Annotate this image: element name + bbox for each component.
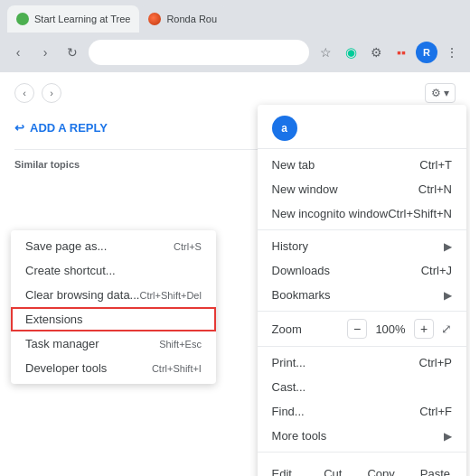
zoom-minus-button[interactable]: −	[347, 319, 367, 339]
cut-button[interactable]: Cut	[311, 462, 354, 476]
settings-button[interactable]: ⚙ ▾	[425, 83, 456, 103]
menu-item-extensions[interactable]: Extensions	[11, 307, 216, 331]
zoom-value: 100%	[374, 322, 407, 336]
chrome-menu-new-tab[interactable]: New tab Ctrl+T	[258, 153, 466, 177]
menu-item-clear-browsing-label: Clear browsing data...	[25, 288, 139, 302]
page-back-button[interactable]: ‹	[14, 83, 34, 103]
address-bar[interactable]	[89, 40, 309, 65]
chrome-menu-cast[interactable]: Cast...	[258, 375, 466, 399]
chrome-menu-new-tab-label: New tab	[272, 158, 315, 172]
page-nav: ‹ › ⚙ ▾	[14, 83, 456, 103]
add-reply-arrow: ↩	[14, 121, 24, 135]
chrome-menu-incognito-shortcut: Ctrl+Shift+N	[388, 207, 452, 220]
apps-icon[interactable]: ▪▪	[390, 42, 412, 63]
chrome-menu-divider-1	[258, 229, 466, 230]
chrome-menu-edit-label: Edit	[272, 467, 292, 476]
chrome-menu-find-shortcut: Ctrl+F	[419, 405, 452, 418]
chrome-menu-history[interactable]: History ▶	[258, 234, 466, 258]
chrome-menu-divider-4	[258, 452, 466, 453]
add-reply-label: ADD A REPLY	[30, 121, 108, 135]
context-menu-left: Save page as... Ctrl+S Create shortcut..…	[11, 230, 216, 384]
menu-item-create-shortcut[interactable]: Create shortcut...	[11, 258, 216, 283]
chrome-menu-more-tools[interactable]: More tools ▶	[258, 424, 466, 448]
zoom-row: Zoom − 100% + ⤢	[258, 315, 466, 342]
chrome-menu-incognito[interactable]: New incognito window Ctrl+Shift+N	[258, 201, 466, 226]
menu-item-extensions-label: Extensions	[25, 313, 83, 326]
forward-button[interactable]: ›	[34, 42, 56, 63]
omnibox-bar: ‹ › ↻ ☆ ◉ ⚙ ▪▪ R ⋮	[0, 33, 470, 72]
chrome-menu-downloads-label: Downloads	[272, 264, 330, 277]
chrome-menu-divider-3	[258, 346, 466, 347]
profile-avatar[interactable]: R	[416, 42, 437, 63]
chrome-menu-find-label: Find...	[272, 405, 305, 418]
browser-chrome: Start Learning at Tree Ronda Rou ‹ › ↻ ☆…	[0, 0, 470, 72]
zoom-label: Zoom	[272, 322, 340, 336]
menu-item-task-manager-shortcut: Shift+Esc	[159, 339, 202, 350]
tab-bar: Start Learning at Tree Ronda Rou	[0, 0, 470, 33]
copy-button[interactable]: Copy	[354, 462, 407, 476]
chrome-menu-edit-row: Edit Cut Copy Paste	[258, 456, 466, 476]
chrome-menu-bookmarks[interactable]: Bookmarks ▶	[258, 283, 466, 307]
chrome-menu-bookmarks-label: Bookmarks	[272, 288, 331, 302]
chrome-menu-downloads-shortcut: Ctrl+J	[421, 264, 452, 277]
chrome-menu-new-tab-shortcut: Ctrl+T	[419, 158, 452, 172]
chrome-menu-cast-label: Cast...	[272, 380, 306, 394]
menu-item-task-manager[interactable]: Task manager Shift+Esc	[11, 331, 216, 356]
chrome-menu-find[interactable]: Find... Ctrl+F	[258, 399, 466, 424]
fullscreen-icon[interactable]: ⤢	[441, 322, 452, 336]
tab-2-icon	[148, 13, 161, 25]
tab-1-icon	[16, 13, 29, 25]
zoom-controls: − 100% +	[347, 319, 434, 339]
tab-2[interactable]: Ronda Rou	[139, 5, 226, 33]
tab-1-label: Start Learning at Tree	[34, 14, 130, 24]
more-tools-arrow-icon: ▶	[444, 430, 452, 443]
edit-actions: Cut Copy Paste	[311, 462, 463, 476]
treehouse-icon[interactable]: ◉	[340, 42, 362, 63]
chrome-menu-history-label: History	[272, 239, 308, 253]
menu-item-save-page-label: Save page as...	[25, 239, 107, 253]
reload-button[interactable]: ↻	[61, 42, 83, 63]
chrome-menu-downloads[interactable]: Downloads Ctrl+J	[258, 258, 466, 283]
chrome-menu-header: a	[258, 108, 466, 149]
chrome-menu-print-shortcut: Ctrl+P	[419, 356, 452, 369]
menu-item-clear-browsing-shortcut: Ctrl+Shift+Del	[139, 290, 201, 301]
menu-item-clear-browsing[interactable]: Clear browsing data... Ctrl+Shift+Del	[11, 283, 216, 307]
menu-item-save-page-shortcut: Ctrl+S	[174, 241, 202, 252]
toolbar-icons: ☆ ◉ ⚙ ▪▪ R ⋮	[315, 42, 463, 63]
menu-item-dev-tools[interactable]: Developer tools Ctrl+Shift+I	[11, 356, 216, 380]
tab-1[interactable]: Start Learning at Tree	[7, 5, 139, 33]
page-forward-button[interactable]: ›	[42, 83, 61, 103]
back-button[interactable]: ‹	[7, 42, 29, 63]
menu-item-task-manager-label: Task manager	[25, 337, 99, 350]
menu-item-save-page[interactable]: Save page as... Ctrl+S	[11, 234, 216, 258]
bookmarks-arrow-icon: ▶	[444, 289, 452, 302]
bookmark-icon[interactable]: ☆	[315, 42, 336, 63]
chrome-menu-new-window-label: New window	[272, 182, 338, 196]
chrome-menu-incognito-label: New incognito window	[272, 207, 389, 220]
chrome-menu-profile: a	[272, 116, 297, 141]
tab-2-label: Ronda Rou	[166, 14, 217, 24]
gear-icon[interactable]: ⚙	[365, 42, 387, 63]
history-arrow-icon: ▶	[444, 240, 452, 253]
zoom-plus-button[interactable]: +	[414, 319, 434, 339]
more-icon[interactable]: ⋮	[441, 42, 463, 63]
chrome-menu-divider-2	[258, 311, 466, 312]
chrome-menu-more-tools-label: More tools	[272, 429, 327, 443]
chrome-menu-print[interactable]: Print... Ctrl+P	[258, 350, 466, 375]
chrome-menu-new-window[interactable]: New window Ctrl+N	[258, 177, 466, 201]
menu-item-dev-tools-label: Developer tools	[25, 361, 107, 375]
chrome-menu-print-label: Print...	[272, 356, 306, 369]
menu-item-dev-tools-shortcut: Ctrl+Shift+I	[152, 363, 202, 374]
chrome-menu-new-window-shortcut: Ctrl+N	[418, 182, 452, 196]
menu-item-create-shortcut-label: Create shortcut...	[25, 264, 116, 277]
paste-button[interactable]: Paste	[408, 462, 463, 476]
chrome-menu: a New tab Ctrl+T New window Ctrl+N New i…	[258, 105, 466, 476]
page-content: ‹ › ⚙ ▾ ↩ ADD A REPLY Similar topics APP…	[0, 72, 470, 476]
